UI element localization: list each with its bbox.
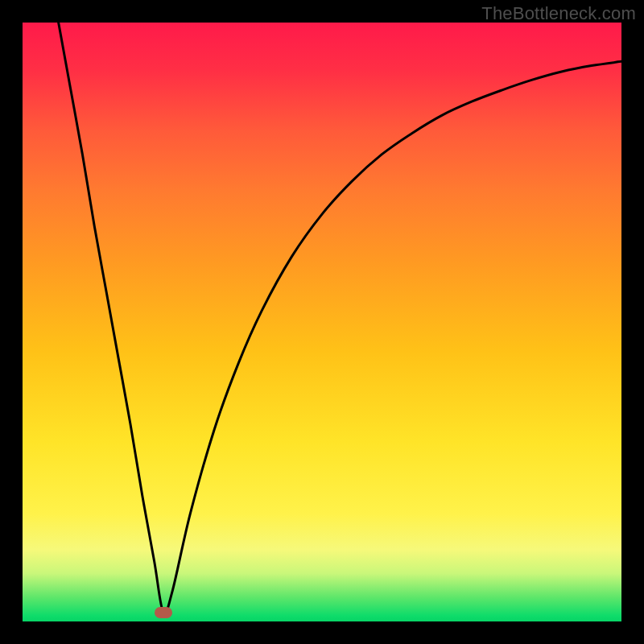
minimum-marker [155, 607, 172, 618]
plot-area [23, 23, 621, 621]
chart-frame: TheBottleneck.com [0, 0, 644, 644]
bottleneck-curve-path [59, 23, 621, 613]
watermark-text: TheBottleneck.com [481, 3, 636, 24]
curve-svg [23, 23, 621, 621]
